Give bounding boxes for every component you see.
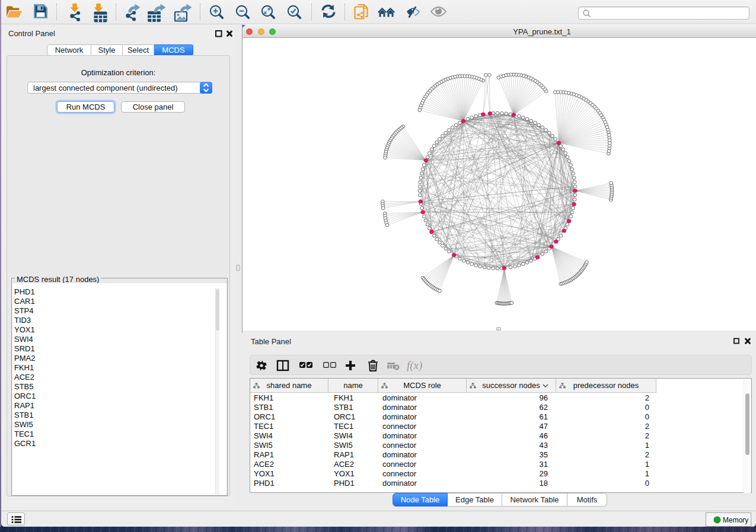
- svg-text:f(x): f(x): [407, 359, 422, 372]
